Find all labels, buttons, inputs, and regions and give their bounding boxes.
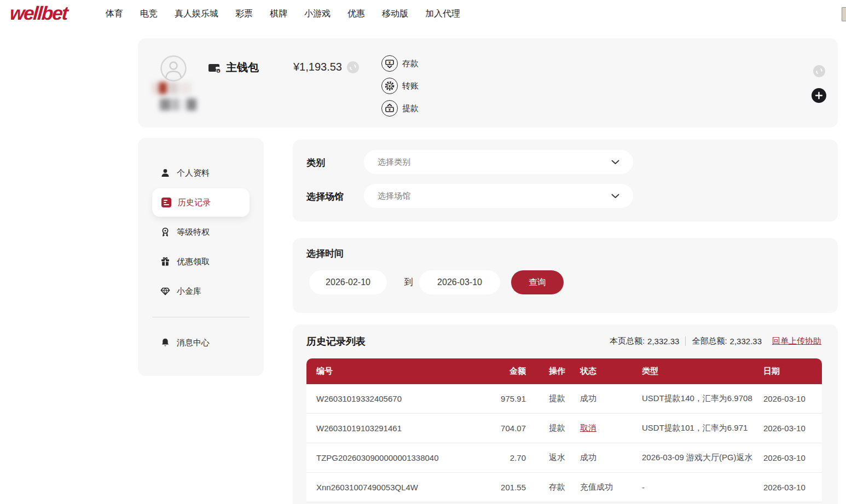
document-icon — [161, 198, 171, 207]
avatar[interactable] — [160, 55, 187, 82]
withdraw-icon: ¥ — [381, 100, 398, 117]
wallet-actions: ¥ 存款 ¥ 转账 — [381, 55, 419, 117]
time-filter-card: 选择时间 2026-02-10 到 2026-03-10 查询 — [293, 238, 838, 313]
row-operation: 提款 — [536, 393, 580, 404]
filter-card: 类别 选择类别 选择场馆 选择场馆 — [293, 140, 838, 222]
nav-item[interactable]: 移动版 — [382, 8, 408, 20]
deposit-button[interactable]: ¥ 存款 — [381, 55, 419, 72]
chevron-down-icon — [611, 160, 619, 165]
withdraw-button[interactable]: ¥ 提款 — [381, 100, 419, 117]
page-total-value: 2,332.33 — [647, 337, 679, 346]
row-id: TZPG2026030900000001338040 — [306, 453, 471, 462]
wallet-icon: ¥ — [208, 62, 221, 73]
search-button[interactable]: 查询 — [511, 270, 564, 294]
row-date: 2026-03-10 — [763, 394, 822, 403]
nav-item[interactable]: 真人娱乐城 — [175, 8, 218, 20]
svg-text:¥: ¥ — [389, 61, 391, 65]
balance-refresh-icon[interactable] — [347, 61, 359, 73]
row-id: W26031019103291461 — [306, 424, 471, 433]
category-placeholder: 选择类别 — [378, 157, 611, 167]
nav-item[interactable]: 体育 — [106, 8, 123, 20]
diamond-icon — [160, 286, 170, 296]
main-nav: 体育电竞真人娱乐城彩票棋牌小游戏优惠移动版加入代理 — [106, 0, 460, 27]
chevron-down-icon — [611, 194, 619, 199]
top-navigation-bar: wellbet 体育电竞真人娱乐城彩票棋牌小游戏优惠移动版加入代理 — [0, 0, 846, 31]
person-icon — [160, 168, 170, 178]
gift-icon — [160, 257, 170, 267]
start-date-input[interactable]: 2026-02-10 — [309, 270, 387, 294]
time-filter-title: 选择时间 — [306, 247, 344, 260]
sidebar-item-messages[interactable]: 消息中心 — [138, 328, 264, 357]
page: wellbet 体育电竞真人娱乐城彩票棋牌小游戏优惠移动版加入代理 — [0, 0, 846, 504]
nav-item[interactable]: 加入代理 — [425, 8, 460, 20]
deposit-icon: ¥ — [381, 55, 398, 72]
end-date-input[interactable]: 2026-03-10 — [419, 270, 500, 294]
row-amount: 975.91 — [471, 394, 536, 403]
wallet-name-row: ¥ 主钱包 — [208, 60, 259, 75]
history-table: 编号 金额 操作 状态 类型 日期 W26031019332405670 975… — [306, 358, 822, 502]
col-operation: 操作 — [536, 366, 580, 376]
table-row: W26031019103291461 704.07 提款 取消 USDT提款10… — [306, 414, 822, 443]
row-amount: 704.07 — [471, 424, 536, 433]
sidebar-item-label: 历史记录 — [178, 198, 211, 208]
sidebar-item-profile[interactable]: 个人资料 — [138, 158, 264, 188]
nav-item[interactable]: 电竞 — [140, 8, 158, 20]
history-summary: 本页总额: 2,332.33 全部总额: 2,332.33 回单上传协助 — [610, 336, 821, 346]
sidebar-item-level[interactable]: 等级特权 — [138, 217, 264, 247]
row-date: 2026-03-10 — [763, 483, 822, 492]
row-date: 2026-03-10 — [763, 453, 822, 462]
category-label: 类别 — [306, 157, 325, 169]
sidebar-item-history[interactable]: 历史记录 — [152, 188, 250, 217]
row-type: USDT提款101，汇率为6.971 — [642, 423, 763, 433]
col-status: 状态 — [580, 366, 642, 376]
category-select[interactable]: 选择类别 — [364, 150, 633, 174]
all-total-label: 全部总额: — [692, 336, 727, 346]
col-amount: 金额 — [471, 366, 536, 376]
row-type: USDT提款140，汇率为6.9708 — [642, 393, 763, 404]
table-row: Xnn26031007490053QL4W 201.55 存款 充值成功 - 2… — [306, 473, 822, 502]
receipt-upload-link[interactable]: 回单上传协助 — [772, 336, 821, 346]
nav-item[interactable]: 彩票 — [235, 8, 253, 20]
venue-label: 选择场馆 — [306, 190, 344, 203]
row-date: 2026-03-10 — [763, 424, 822, 433]
venue-placeholder: 选择场馆 — [378, 191, 611, 201]
col-type: 类型 — [642, 366, 763, 376]
clipped-edge-icon — [842, 7, 846, 21]
wallet-refresh-icon[interactable] — [813, 65, 825, 77]
wallet-card: ¥ 主钱包 ¥1,193.53 ¥ — [138, 38, 838, 128]
bell-icon — [160, 338, 170, 347]
row-type: - — [642, 483, 763, 492]
nav-item[interactable]: 棋牌 — [270, 8, 287, 20]
wellbet-logo[interactable]: wellbet — [9, 2, 68, 24]
row-status: 充值成功 — [580, 482, 642, 493]
withdraw-label: 提款 — [402, 103, 419, 114]
sidebar-item-promotions[interactable]: 优惠领取 — [138, 247, 264, 276]
all-total-value: 2,332.33 — [730, 337, 762, 346]
transfer-icon: ¥ — [381, 78, 398, 94]
history-card: 历史记录列表 本页总额: 2,332.33 全部总额: 2,332.33 回单上… — [293, 325, 838, 504]
wallet-balance: ¥1,193.53 — [293, 61, 342, 73]
row-operation: 返水 — [536, 453, 580, 463]
row-operation: 提款 — [536, 423, 580, 433]
to-label: 到 — [398, 270, 419, 294]
blurred-username — [152, 82, 192, 94]
transfer-button[interactable]: ¥ 转账 — [381, 78, 419, 94]
nav-item[interactable]: 小游戏 — [304, 8, 331, 20]
row-status[interactable]: 取消 — [580, 423, 642, 433]
row-amount: 2.70 — [471, 453, 536, 462]
deposit-label: 存款 — [402, 59, 419, 69]
venue-select[interactable]: 选择场馆 — [364, 184, 633, 208]
nav-item[interactable]: 优惠 — [347, 8, 365, 20]
history-title: 历史记录列表 — [306, 335, 366, 348]
account-sidebar: 个人资料 历史记录 等级特权 — [138, 138, 264, 376]
col-id: 编号 — [306, 366, 471, 376]
add-wallet-button[interactable] — [812, 88, 826, 103]
row-operation: 存款 — [536, 482, 580, 493]
svg-text:¥: ¥ — [389, 108, 391, 112]
row-status: 成功 — [580, 453, 642, 463]
sidebar-item-label: 消息中心 — [177, 338, 210, 348]
sidebar-item-vault[interactable]: 小金库 — [138, 276, 264, 306]
svg-text:¥: ¥ — [389, 84, 391, 89]
sidebar-item-label: 小金库 — [177, 286, 201, 297]
summary-divider — [685, 337, 686, 346]
